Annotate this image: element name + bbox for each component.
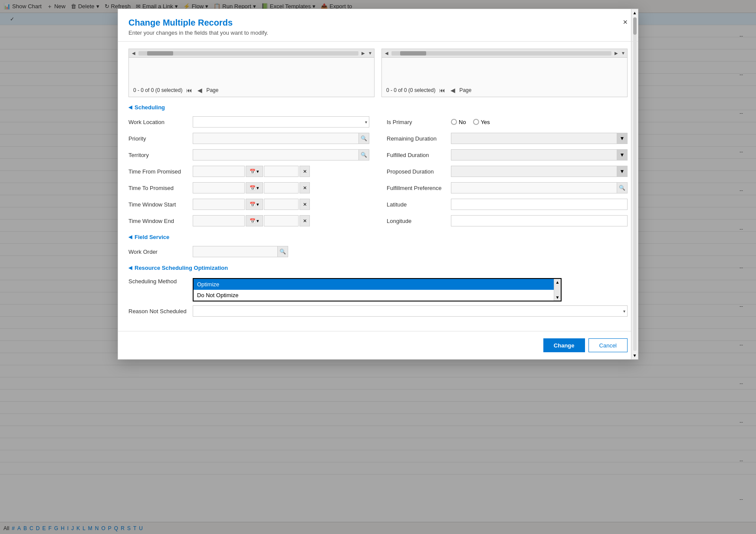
time-from-promised-row: Time From Promised 📅 ▾ ✕ <box>128 165 369 177</box>
priority-label: Priority <box>128 135 189 142</box>
is-primary-yes-radio[interactable] <box>473 119 479 125</box>
time-window-start-clear-btn[interactable]: ✕ <box>299 199 310 210</box>
territory-control: 🔍 <box>193 149 369 161</box>
modal-title: Change Multiple Records <box>128 18 628 28</box>
fulfilled-duration-input[interactable] <box>451 150 617 160</box>
is-primary-no-radio[interactable] <box>451 119 457 125</box>
panel2-footer: 0 - 0 of 0 (0 selected) ⏮ ◀ Page <box>382 84 627 97</box>
time-window-start-time-input[interactable] <box>264 199 299 210</box>
proposed-duration-control: ▼ <box>451 166 628 177</box>
lookup-panels: ◀ ▶ ▼ 0 - 0 of 0 (0 selected) ⏮ ◀ Page <box>128 49 628 97</box>
panel2-scroll-left[interactable]: ◀ <box>384 51 390 56</box>
cancel-button[interactable]: Cancel <box>588 338 628 352</box>
work-order-lookup-btn[interactable]: 🔍 <box>277 246 288 257</box>
panel1-scroll-track <box>138 51 358 56</box>
panel2-first-btn[interactable]: ⏮ <box>438 86 447 94</box>
remaining-duration-input[interactable] <box>451 133 617 144</box>
latitude-input[interactable] <box>451 199 628 210</box>
panel2-prev-btn[interactable]: ◀ <box>449 86 457 94</box>
time-to-promised-time-input[interactable] <box>264 182 299 193</box>
panel2-scroll-right[interactable]: ▶ <box>613 51 619 56</box>
time-from-promised-clear-btn[interactable]: ✕ <box>299 166 310 177</box>
dropdown-item-do-not-optimize[interactable]: Do Not Optimize <box>194 290 554 301</box>
panel2-scroll-down[interactable]: ▼ <box>621 51 625 56</box>
work-location-label: Work Location <box>128 119 189 125</box>
time-to-promised-row: Time To Promised 📅 ▾ ✕ <box>128 182 369 194</box>
is-primary-control: No Yes <box>451 119 628 125</box>
time-to-promised-control: 📅 ▾ ✕ <box>193 182 369 193</box>
time-window-start-cal-btn[interactable]: 📅 ▾ <box>246 199 263 210</box>
is-primary-no-option[interactable]: No <box>451 119 466 125</box>
time-from-promised-control: 📅 ▾ ✕ <box>193 166 369 177</box>
panel1-first-btn[interactable]: ⏮ <box>185 86 194 94</box>
time-window-end-clear-btn[interactable]: ✕ <box>299 215 310 226</box>
fulfillment-preference-input[interactable] <box>451 183 617 193</box>
is-primary-yes-option[interactable]: Yes <box>473 119 490 125</box>
modal-header: Change Multiple Records Enter your chang… <box>118 9 638 42</box>
territory-lookup-btn[interactable]: 🔍 <box>358 150 369 160</box>
reason-not-scheduled-control: ▾ <box>193 305 628 317</box>
change-button[interactable]: Change <box>543 338 585 352</box>
proposed-duration-spin-btn[interactable]: ▼ <box>617 166 627 177</box>
cal-chevron-icon-4: ▾ <box>256 218 259 224</box>
work-order-input[interactable] <box>193 246 277 257</box>
resource-scheduling-collapse-icon[interactable]: ◀ <box>128 265 132 271</box>
calendar-icon: 📅 <box>250 169 256 174</box>
fulfillment-preference-lookup-btn[interactable]: 🔍 <box>617 183 627 193</box>
time-window-end-time-input[interactable] <box>264 215 299 226</box>
time-window-start-date-input[interactable] <box>193 199 245 210</box>
dropdown-list-row: Optimize Do Not Optimize ▲ ▼ <box>194 279 561 301</box>
longitude-input[interactable] <box>451 215 628 226</box>
fulfilled-duration-input-wrap: ▼ <box>451 149 628 161</box>
time-to-promised-date-input[interactable] <box>193 182 245 193</box>
scheduling-method-dropdown-list[interactable]: Optimize Do Not Optimize ▲ ▼ <box>193 278 562 301</box>
modal-close-button[interactable]: × <box>619 16 631 29</box>
panel1-scroll-down[interactable]: ▼ <box>368 51 372 56</box>
remaining-duration-spin-btn[interactable]: ▼ <box>617 133 627 144</box>
priority-lookup-btn[interactable]: 🔍 <box>358 133 369 144</box>
time-to-promised-clear-btn[interactable]: ✕ <box>299 182 310 193</box>
dropdown-scrollbar: ▲ ▼ <box>554 279 561 301</box>
dropdown-item-optimize[interactable]: Optimize <box>194 279 554 290</box>
panel1-prev-btn[interactable]: ◀ <box>196 86 204 94</box>
panel1-scroll-right[interactable]: ▶ <box>360 51 366 56</box>
time-window-end-cal-btn[interactable]: 📅 ▾ <box>246 215 263 226</box>
priority-control: 🔍 <box>193 133 369 144</box>
work-location-dropdown[interactable]: ▾ <box>193 116 369 128</box>
fulfilled-duration-label: Fulfilled Duration <box>387 152 447 158</box>
field-service-section-title: Field Service <box>135 234 169 240</box>
time-from-promised-date-input[interactable] <box>193 166 245 177</box>
panel2-page-label: Page <box>459 87 471 93</box>
modal-scrollbar[interactable]: ▲ ▼ <box>631 9 638 359</box>
fulfilled-duration-spin-btn[interactable]: ▼ <box>617 150 627 160</box>
scroll-track <box>633 17 637 351</box>
field-service-section: ◀ Field Service Work Order 🔍 <box>128 234 628 258</box>
fulfillment-preference-control: 🔍 <box>451 182 628 193</box>
scheduling-collapse-icon[interactable]: ◀ <box>128 105 132 110</box>
calendar-icon-3: 📅 <box>250 202 256 207</box>
field-service-collapse-icon[interactable]: ◀ <box>128 234 132 240</box>
territory-input[interactable] <box>193 150 358 160</box>
panel1-scrollbar: ◀ ▶ ▼ <box>129 49 374 58</box>
dropdown-scroll-down-btn[interactable]: ▼ <box>555 294 561 301</box>
work-location-control: ▾ <box>193 116 369 128</box>
territory-row: Territory 🔍 <box>128 149 369 161</box>
proposed-duration-input[interactable] <box>451 166 617 177</box>
reason-not-scheduled-dropdown[interactable]: ▾ <box>193 305 628 317</box>
dropdown-items: Optimize Do Not Optimize <box>194 279 554 301</box>
time-to-promised-cal-btn[interactable]: 📅 ▾ <box>246 182 263 193</box>
reason-not-scheduled-label: Reason Not Scheduled <box>128 308 189 315</box>
priority-row: Priority 🔍 <box>128 132 369 144</box>
dropdown-scroll-up-btn[interactable]: ▲ <box>555 279 561 285</box>
panel2-scroll-thumb <box>400 51 426 56</box>
time-from-promised-time-input[interactable] <box>264 166 299 177</box>
scroll-down-btn[interactable]: ▼ <box>631 352 638 359</box>
priority-input[interactable] <box>193 133 358 144</box>
is-primary-no-label: No <box>459 119 466 125</box>
panel1-scroll-left[interactable]: ◀ <box>131 51 137 56</box>
time-window-start-datetime: 📅 ▾ ✕ <box>193 199 369 210</box>
time-from-promised-cal-btn[interactable]: 📅 ▾ <box>246 166 263 177</box>
time-window-start-row: Time Window Start 📅 ▾ ✕ <box>128 198 369 210</box>
is-primary-yes-label: Yes <box>481 119 490 125</box>
time-window-end-date-input[interactable] <box>193 215 245 226</box>
